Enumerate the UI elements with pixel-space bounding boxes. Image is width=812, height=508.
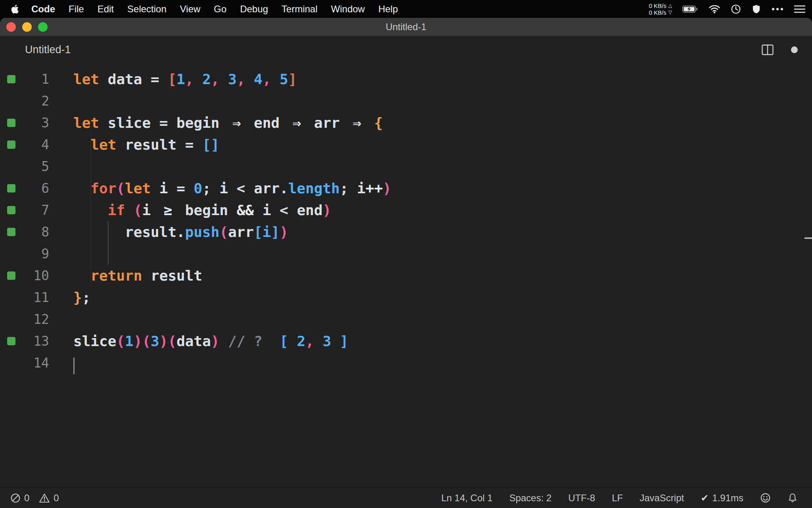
- menu-item-debug[interactable]: Debug: [233, 4, 275, 15]
- editor-tab-bar: Untitled-1: [0, 36, 812, 64]
- menu-bar: CodeFileEditSelectionViewGoDebugTerminal…: [0, 0, 812, 18]
- line-number: 2: [15, 93, 49, 109]
- status-bar: 0 0 Ln 14, Col 1 Spaces: 2 UTF-8 LF Java…: [0, 487, 812, 508]
- language-mode[interactable]: JavaScript: [640, 493, 684, 504]
- menu-item-file[interactable]: File: [62, 4, 91, 15]
- coverage-marker: [7, 271, 15, 280]
- status-bar-right: Ln 14, Col 1 Spaces: 2 UTF-8 LF JavaScri…: [441, 493, 798, 504]
- unsaved-changes-dot[interactable]: [791, 46, 798, 53]
- tab-untitled-1[interactable]: Untitled-1: [25, 44, 71, 56]
- code-lines: 1let data = [1, 2, 3, 4, 5]23let slice =…: [0, 68, 812, 374]
- menu-list-icon[interactable]: [794, 5, 806, 13]
- error-count-label: 0: [24, 493, 29, 504]
- battery-icon[interactable]: [682, 5, 698, 13]
- editor-actions: [762, 44, 812, 55]
- indent-guide: [90, 134, 91, 287]
- quokka-perf[interactable]: ✔ 1.91ms: [701, 493, 743, 504]
- line-number: 1: [15, 71, 49, 87]
- error-count[interactable]: 0: [10, 493, 29, 504]
- code-text: };: [73, 289, 90, 306]
- network-speed-indicator[interactable]: 0 KB/s △ 0 KB/s ▽: [649, 2, 672, 16]
- line-number: 10: [15, 268, 49, 283]
- wifi-icon[interactable]: [709, 4, 720, 13]
- code-text: let slice = begin ⇒ end ⇒ arr ⇒ {: [73, 115, 383, 131]
- menu-item-view[interactable]: View: [173, 4, 207, 15]
- coverage-marker-empty: [7, 359, 15, 367]
- shield-app-icon[interactable]: [751, 4, 761, 14]
- apple-menu-icon[interactable]: [10, 4, 19, 14]
- code-line-11[interactable]: 11};: [0, 287, 812, 308]
- line-number: 6: [15, 181, 49, 196]
- code-text: let data = [1, 2, 3, 4, 5]: [73, 71, 297, 87]
- code-line-2[interactable]: 2: [0, 90, 812, 112]
- code-line-12[interactable]: 12: [0, 308, 812, 330]
- check-icon: ✔: [701, 493, 709, 504]
- eol-setting[interactable]: LF: [612, 493, 623, 504]
- coverage-marker: [7, 206, 15, 214]
- window-title-bar[interactable]: Untitled-1: [0, 18, 812, 36]
- indentation-setting[interactable]: Spaces: 2: [509, 493, 552, 504]
- line-number: 4: [15, 137, 49, 152]
- coverage-marker: [7, 228, 15, 236]
- code-editor[interactable]: 1let data = [1, 2, 3, 4, 5]23let slice =…: [0, 64, 812, 487]
- ellipsis-icon[interactable]: [772, 8, 783, 11]
- warning-count-label: 0: [54, 493, 59, 504]
- overview-ruler-mark: [804, 237, 812, 239]
- menu-bar-status-items: 0 KB/s △ 0 KB/s ▽: [649, 2, 806, 16]
- split-editor-icon[interactable]: [762, 44, 774, 55]
- code-text: for(let i = 0; i < arr.length; i++): [73, 180, 391, 196]
- coverage-marker: [7, 75, 15, 83]
- code-text: slice(1)(3)(data) // ? [ 2, 3 ]: [73, 333, 349, 349]
- code-line-5[interactable]: 5: [0, 156, 812, 177]
- menu-item-terminal[interactable]: Terminal: [275, 4, 324, 15]
- problems-summary[interactable]: 0 0: [10, 493, 59, 504]
- coverage-marker-empty: [7, 315, 15, 323]
- menu-item-window[interactable]: Window: [324, 4, 372, 15]
- code-text: if (i ≥ begin && i < end): [73, 202, 331, 218]
- code-line-7[interactable]: 7 if (i ≥ begin && i < end): [0, 199, 812, 221]
- code-line-6[interactable]: 6 for(let i = 0; i < arr.length; i++): [0, 177, 812, 199]
- editor-window: Untitled-1 Untitled-1 1let data = [1, 2,…: [0, 18, 812, 508]
- code-line-3[interactable]: 3let slice = begin ⇒ end ⇒ arr ⇒ {: [0, 112, 812, 134]
- warning-count[interactable]: 0: [39, 493, 59, 504]
- clock-icon[interactable]: [731, 4, 741, 14]
- quokka-perf-time: 1.91ms: [712, 493, 743, 504]
- notifications-bell-icon[interactable]: [787, 493, 798, 503]
- code-line-10[interactable]: 10 return result: [0, 265, 812, 287]
- menu-item-go[interactable]: Go: [207, 4, 233, 15]
- code-line-14[interactable]: 14: [0, 352, 812, 374]
- line-number: 14: [15, 355, 49, 371]
- feedback-smiley-icon[interactable]: [760, 493, 771, 503]
- code-text: result.push(arr[i]): [73, 224, 288, 240]
- menu-item-selection[interactable]: Selection: [121, 4, 173, 15]
- menu-item-help[interactable]: Help: [372, 4, 404, 15]
- code-line-8[interactable]: 8 result.push(arr[i]): [0, 221, 812, 243]
- code-text: let result = []: [73, 137, 220, 153]
- upload-arrow-icon: △: [668, 2, 672, 9]
- line-number: 7: [15, 202, 49, 218]
- code-line-4[interactable]: 4 let result = []: [0, 134, 812, 156]
- download-arrow-icon: ▽: [668, 9, 672, 16]
- code-line-1[interactable]: 1let data = [1, 2, 3, 4, 5]: [0, 68, 812, 90]
- line-number: 12: [15, 312, 49, 327]
- cursor-position[interactable]: Ln 14, Col 1: [441, 493, 492, 504]
- code-text: return result: [73, 267, 202, 284]
- network-down-label: 0 KB/s: [649, 9, 666, 16]
- text-cursor: [73, 358, 75, 374]
- window-title: Untitled-1: [0, 21, 812, 33]
- menu-items: CodeFileEditSelectionViewGoDebugTerminal…: [25, 4, 405, 15]
- indent-guide: [108, 221, 109, 265]
- line-number: 8: [15, 224, 49, 240]
- line-number: 11: [15, 290, 49, 305]
- coverage-marker-empty: [7, 162, 15, 171]
- coverage-marker: [7, 337, 15, 345]
- encoding-setting[interactable]: UTF-8: [568, 493, 595, 504]
- line-number: 9: [15, 246, 49, 262]
- menu-item-code[interactable]: Code: [25, 4, 62, 15]
- coverage-marker: [7, 184, 15, 192]
- line-number: 5: [15, 159, 49, 174]
- code-line-13[interactable]: 13slice(1)(3)(data) // ? [ 2, 3 ]: [0, 330, 812, 352]
- menu-item-edit[interactable]: Edit: [91, 4, 121, 15]
- coverage-marker-empty: [7, 250, 15, 258]
- code-line-9[interactable]: 9: [0, 243, 812, 265]
